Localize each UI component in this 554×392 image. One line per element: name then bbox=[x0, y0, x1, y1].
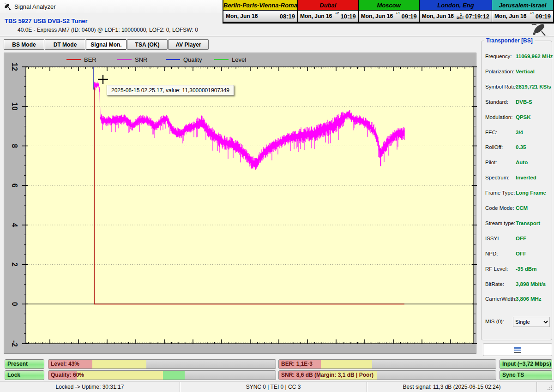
clock-offset: +1 bbox=[396, 12, 400, 15]
badge-lock: Lock bbox=[5, 370, 44, 380]
clock-city-label: Dubai bbox=[298, 0, 358, 11]
transponder-label: Code Mode: bbox=[485, 205, 514, 211]
clock-offset: +2 bbox=[335, 12, 339, 15]
clock-time-row: Mon, Jun 16+109:19 bbox=[492, 11, 553, 22]
status-sync-tei-cc: SYNC 0 | TEI 0 | CC 3 bbox=[180, 382, 367, 392]
app-satellite-icon bbox=[4, 3, 11, 10]
transponder-value: Transport bbox=[516, 220, 540, 226]
header-divider bbox=[0, 36, 554, 37]
transponder-value: -35 dBm bbox=[516, 266, 536, 272]
clock-time-row: Mon, Jun 16-1DST07:19:12 bbox=[420, 11, 492, 22]
clock-dst: -1DST bbox=[457, 13, 464, 19]
y-axis-label: 2 bbox=[11, 262, 18, 267]
clock-time-row: Mon, Jun 16+109:19 bbox=[359, 11, 419, 22]
clock-date: Mon, Jun 16 bbox=[494, 13, 526, 19]
transponder-label: Stream type: bbox=[485, 220, 515, 226]
transponder-value: Inverted bbox=[516, 175, 536, 180]
transponder-value: 0.35 bbox=[516, 144, 526, 150]
transponder-value: DVB-S bbox=[516, 99, 532, 105]
transponder-label: Symbol Rate: bbox=[485, 84, 517, 89]
transponder-value: Vertical bbox=[516, 69, 535, 74]
meter-bar-snr: SNR: 8,6 dB (Margin: 3,1 dB | Poor) bbox=[278, 370, 496, 380]
meter-bar-level: Level: 43% bbox=[48, 359, 276, 369]
transponder-row: ISSYIOFF bbox=[482, 236, 552, 243]
clock-date: Mon, Jun 16 bbox=[361, 13, 393, 19]
transponder-label: Standard: bbox=[485, 99, 508, 105]
transponder-label: NPD: bbox=[485, 251, 498, 256]
tab-tsa-ok-[interactable]: TSA (OK) bbox=[127, 39, 168, 50]
transponder-row: Modulation:QPSK bbox=[482, 114, 552, 121]
y-axis-label: 4 bbox=[11, 223, 18, 227]
signal-chart-panel[interactable]: BERSNRQualityLevel 121086420-2 2025-06-1… bbox=[4, 53, 476, 354]
transponder-label: Frequency: bbox=[485, 53, 512, 59]
transponder-row: Pilot:Auto bbox=[482, 160, 552, 166]
transponder-row: Code Mode:CCM bbox=[482, 205, 552, 212]
y-axis-label: 12 bbox=[11, 63, 18, 71]
clock-cell: London, EngMon, Jun 16-1DST07:19:12 bbox=[420, 0, 492, 23]
transponder-title: Transponder [BS] bbox=[484, 37, 535, 44]
chart-tooltip: 2025-06-15 02.25.17, value: 11,300000190… bbox=[107, 85, 234, 95]
transponder-label: ISSYI bbox=[485, 236, 499, 241]
meter-label: Level: 43% bbox=[48, 360, 276, 368]
y-axis-label: 8 bbox=[11, 144, 18, 148]
mis-select[interactable]: Single bbox=[513, 317, 550, 327]
transponder-label: Pilot: bbox=[485, 160, 497, 165]
clock-city-label: Berlin-Paris-Vienna-Roma bbox=[223, 0, 297, 11]
transponder-value: 2819,721 KS/s bbox=[516, 84, 551, 89]
tab-bs-mode[interactable]: BS Mode bbox=[4, 39, 44, 50]
status-lock-uptime: Locked -> Uptime: 30:31:17 bbox=[0, 382, 180, 392]
transponder-value: Long Frame bbox=[516, 190, 546, 196]
clock-dst-label: DST bbox=[457, 16, 464, 19]
transponder-value: CCM bbox=[516, 205, 528, 211]
badge-input-3-72-mbps-: Input (~3,72 Mbps) bbox=[500, 359, 552, 369]
transponder-value: OFF bbox=[516, 236, 526, 241]
transponder-row: BitRate:3,898 Mbit/s bbox=[482, 281, 552, 288]
satellite-info: 40.0E - Express AM7 (ID: 0400) @ LOF1: 1… bbox=[18, 27, 198, 33]
tab-dt-mode[interactable]: DT Mode bbox=[45, 39, 85, 50]
clock-city-label: London, Eng bbox=[420, 0, 492, 11]
transponder-value: 11069,962 MHz bbox=[516, 53, 553, 59]
clock-time: 09:19 bbox=[536, 13, 551, 20]
transponder-row: RF Level:-35 dBm bbox=[482, 266, 552, 273]
ts-tool-button[interactable] bbox=[483, 343, 552, 356]
transponder-label: CarrierWidth: bbox=[485, 296, 517, 302]
tooltip-text: 2025-06-15 02.25.17, value: 11,300000190… bbox=[111, 87, 229, 94]
transponder-groupbox: Transponder [BS] Frequency:11069,962 MHz… bbox=[481, 41, 552, 340]
transponder-row: RollOff:0.35 bbox=[482, 144, 552, 151]
transponder-row: Frequency:11069,962 MHz bbox=[482, 53, 552, 60]
mis-label: MIS (0): bbox=[485, 319, 504, 324]
clock-date: Mon, Jun 16 bbox=[300, 13, 332, 19]
clock-city-label: Moscow bbox=[359, 0, 419, 11]
transponder-label: Polarization: bbox=[485, 69, 514, 74]
transponder-row: Polarization:Vertical bbox=[482, 69, 552, 76]
signal-analyzer-window: Signal Analyzer Berlin-Paris-Vienna-Roma… bbox=[0, 0, 554, 392]
transponder-label: RF Level: bbox=[485, 266, 508, 272]
meter-label: BER: 1,1E-3 bbox=[279, 360, 496, 368]
transponder-row: Spectrum:Inverted bbox=[482, 175, 552, 182]
status-bar: Locked -> Uptime: 30:31:17 SYNC 0 | TEI … bbox=[0, 381, 554, 392]
transponder-row: Frame Type:Long Frame bbox=[482, 190, 552, 197]
meter-bar-quality: Quality: 60% bbox=[48, 370, 276, 380]
clock-cell: DubaiMon, Jun 16+210:19 bbox=[298, 0, 359, 23]
signal-plot[interactable]: 121086420-2 bbox=[4, 53, 477, 354]
tab-av-player[interactable]: AV Player bbox=[168, 39, 209, 50]
transponder-label: Spectrum: bbox=[485, 175, 509, 180]
transponder-row: CarrierWidth:3,806 MHz bbox=[482, 296, 552, 303]
clock-time: 09:19 bbox=[401, 13, 416, 20]
transponder-row: Standard:DVB-S bbox=[482, 99, 552, 106]
plot-area[interactable] bbox=[26, 67, 474, 344]
transponder-label: RollOff: bbox=[485, 144, 503, 150]
clock-offset: +1 bbox=[530, 12, 534, 15]
window-title: Signal Analyzer bbox=[14, 3, 56, 10]
resize-grip[interactable] bbox=[537, 382, 554, 392]
clock-time-row: Mon, Jun 1608:19 bbox=[223, 11, 297, 22]
transponder-label: BitRate: bbox=[485, 281, 504, 287]
tab-signal-mon-[interactable]: Signal Mon. bbox=[86, 39, 126, 50]
transponder-value: 3,898 Mbit/s bbox=[516, 281, 546, 287]
meter-label: Quality: 60% bbox=[48, 371, 276, 380]
device-name: TBS 5927 USB DVB-S2 Tuner bbox=[5, 18, 88, 24]
badge-sync-ts: Sync TS bbox=[500, 370, 552, 380]
transponder-value: Auto bbox=[516, 160, 528, 165]
badge-present: Present bbox=[5, 359, 44, 369]
clock-time: 07:19:12 bbox=[465, 13, 489, 20]
